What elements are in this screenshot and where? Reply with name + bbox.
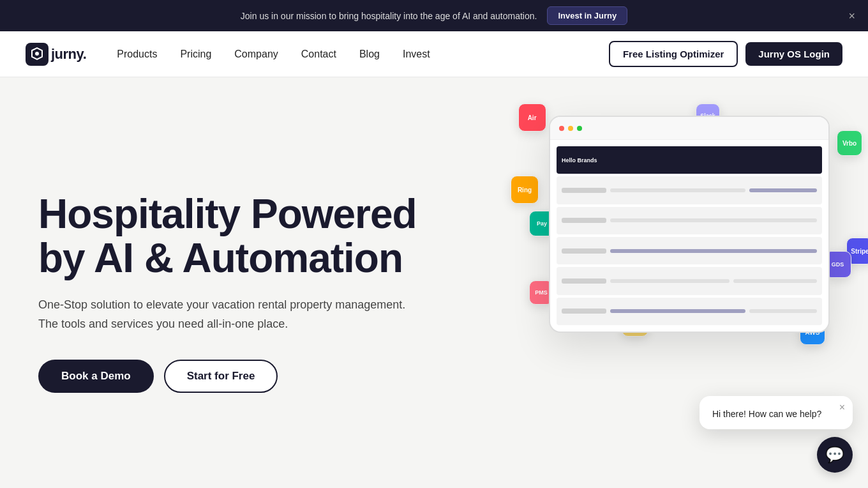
tablet-cell-label-3: [562, 248, 606, 254]
chat-popup: × Hi there! How can we help?: [700, 396, 853, 429]
chat-widget: × Hi there! How can we help? 💬: [700, 396, 853, 473]
tablet-cell-label-4: [562, 278, 606, 284]
tablet-row-1: [557, 176, 822, 204]
chat-icon: 💬: [825, 446, 844, 464]
free-optimizer-button[interactable]: Free Listing Optimizer: [609, 41, 738, 67]
hero-buttons: Book a Demo Start for Free: [38, 360, 474, 393]
tablet-dot-red: [559, 126, 564, 131]
chat-bubble-button[interactable]: 💬: [817, 437, 853, 473]
tablet-cell-bar-2: [610, 218, 817, 222]
hero-content: Hospitality Powered by AI & Automation O…: [38, 192, 474, 393]
tablet-row-3: [557, 237, 822, 264]
logo[interactable]: jurny.: [26, 43, 86, 66]
tablet-row-2: [557, 207, 822, 234]
tablet-cell-bar-4: [610, 279, 730, 283]
logo-icon: [26, 43, 49, 66]
logo-text: jurny.: [51, 46, 86, 63]
jurny-os-login-button[interactable]: Jurny OS Login: [745, 42, 842, 66]
hero-subtitle: One-Stop solution to elevate your vacati…: [38, 296, 408, 333]
start-free-button[interactable]: Start for Free: [164, 360, 278, 393]
tablet-mockup: Air Vrbo Ring Stripe PMS Nest AWS Slack …: [511, 90, 868, 358]
tablet-cell-bar-1: [610, 188, 745, 192]
nav-link-products[interactable]: Products: [117, 49, 157, 60]
hero-title: Hospitality Powered by AI & Automation: [38, 192, 474, 280]
tablet-cell-bar-1b: [749, 188, 817, 192]
float-icon-2: Ring: [511, 176, 539, 204]
tablet-cell-bar-3: [610, 249, 817, 253]
tablet-row-5: [557, 298, 822, 325]
nav-link-pricing[interactable]: Pricing: [180, 49, 211, 60]
tablet-row-4: [557, 267, 822, 294]
float-icon-0: Air: [518, 103, 546, 132]
svg-point-1: [35, 52, 39, 56]
chat-close-button[interactable]: ×: [839, 402, 845, 413]
nav-link-company[interactable]: Company: [234, 49, 278, 60]
banner-text: Join us in our mission to bring hospital…: [241, 11, 537, 21]
tablet-dot-green: [577, 126, 582, 131]
nav-links: Products Pricing Company Contact Blog In…: [117, 49, 609, 60]
tablet-header: [550, 117, 828, 140]
nav-link-invest[interactable]: Invest: [403, 49, 430, 60]
banner-close-button[interactable]: ×: [848, 10, 855, 22]
navbar: jurny. Products Pricing Company Contact …: [0, 31, 868, 77]
tablet-cell-label-5: [562, 309, 606, 314]
chat-message: Hi there! How can we help?: [712, 409, 840, 419]
tablet-cell-label-2: [562, 218, 606, 223]
nav-link-contact[interactable]: Contact: [301, 49, 336, 60]
tablet-dot-yellow: [568, 126, 573, 131]
tablet-content: Hello Brands: [550, 140, 828, 332]
tablet-cell-label-1: [562, 188, 606, 193]
top-banner: Join us in our mission to bring hospital…: [0, 0, 868, 31]
tablet-cell-bar-4b: [733, 279, 817, 283]
hero-title-line1: Hospitality Powered: [38, 191, 417, 237]
hero-visual: Air Vrbo Ring Stripe PMS Nest AWS Slack …: [511, 90, 868, 358]
nav-actions: Free Listing Optimizer Jurny OS Login: [609, 41, 842, 67]
tablet-title-row: Hello Brands: [557, 146, 822, 174]
float-icon-1: Vrbo: [837, 130, 862, 156]
nav-link-blog[interactable]: Blog: [359, 49, 380, 60]
tablet-cell-bar-5: [610, 309, 745, 313]
tablet-body: Hello Brands: [549, 116, 830, 333]
tablet-cell-bar-5b: [749, 309, 817, 313]
book-demo-button[interactable]: Book a Demo: [38, 360, 154, 393]
hero-title-line2: by AI & Automation: [38, 235, 403, 281]
banner-invest-button[interactable]: Invest in Jurny: [547, 6, 627, 25]
float-icon-3: Stripe: [846, 238, 868, 264]
